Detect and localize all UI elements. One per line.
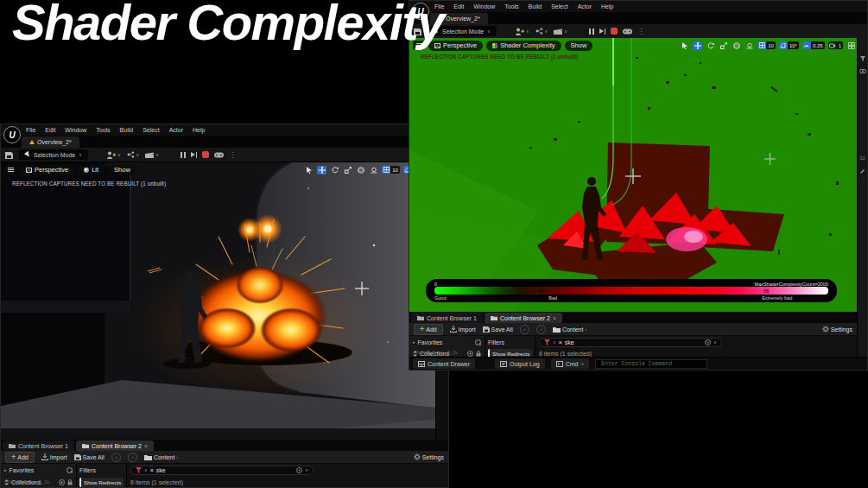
pause-button[interactable] xyxy=(181,152,186,158)
menu-item-help[interactable]: Help xyxy=(193,127,205,133)
add-actor-dropdown[interactable]: ∨ xyxy=(515,28,529,35)
camera-speed-control[interactable]: 0.25 xyxy=(802,41,825,49)
search-icon[interactable] xyxy=(67,467,73,473)
save-icon[interactable] xyxy=(5,151,13,159)
blueprints-dropdown[interactable]: ∨ xyxy=(535,28,548,35)
content-browser-tab-1[interactable]: Content Browser 1 xyxy=(411,313,483,323)
asset-search-field[interactable]: ∨ × ∨ xyxy=(539,338,722,347)
filter-icon[interactable] xyxy=(860,56,865,61)
view-mode-dropdown[interactable]: Lit xyxy=(78,165,105,175)
toolbar-overflow-icon[interactable]: ⋮ xyxy=(637,28,644,35)
toolbar-overflow-icon[interactable]: ⋮ xyxy=(229,151,236,159)
menu-item-tools[interactable]: Tools xyxy=(96,127,110,133)
add-button[interactable]: + Add xyxy=(414,324,443,335)
cinematics-dropdown[interactable]: ∨ xyxy=(145,151,159,158)
clear-search-icon[interactable]: × xyxy=(559,339,562,345)
save-search-icon[interactable] xyxy=(296,467,302,473)
surface-snap-icon[interactable] xyxy=(744,41,754,50)
step-button[interactable] xyxy=(191,152,198,158)
rotate-tool-button[interactable] xyxy=(330,166,339,174)
grid-snap-control[interactable]: 10 xyxy=(757,41,776,49)
perspective-dropdown[interactable]: Perspective xyxy=(20,165,74,175)
add-button[interactable]: + Add xyxy=(5,452,35,463)
output-log-button[interactable]: Output Log xyxy=(495,358,545,369)
menu-item-edit[interactable]: Edit xyxy=(453,3,464,10)
select-tool-button[interactable] xyxy=(680,41,689,50)
add-collection-icon[interactable] xyxy=(467,351,473,357)
save-all-button[interactable]: Save All xyxy=(74,453,105,460)
gamepad-icon[interactable] xyxy=(214,152,224,158)
forward-button[interactable]: › xyxy=(128,453,137,462)
camera-count-control[interactable]: 1 xyxy=(828,41,843,49)
show-redirects-filter[interactable]: Show Redirects xyxy=(79,478,124,487)
scale-tool-button[interactable] xyxy=(719,41,728,50)
settings-button[interactable]: Settings xyxy=(414,453,444,460)
asset-search-field[interactable]: ∨ × ∨ xyxy=(130,466,314,475)
favorites-panel-header[interactable]: ▸ Favorites xyxy=(1,464,77,476)
surface-snap-icon[interactable] xyxy=(369,166,378,174)
menu-item-select[interactable]: Select xyxy=(143,127,159,133)
menu-item-tools[interactable]: Tools xyxy=(504,3,518,10)
menu-item-window[interactable]: Window xyxy=(473,3,495,10)
cinematics-dropdown[interactable]: ∨ xyxy=(554,28,567,35)
back-button[interactable]: ‹ xyxy=(111,453,121,462)
show-dropdown[interactable]: Show xyxy=(108,165,136,175)
world-space-icon[interactable] xyxy=(356,166,365,174)
pencil-icon[interactable] xyxy=(859,168,865,174)
move-tool-button[interactable] xyxy=(317,166,326,174)
stop-button[interactable] xyxy=(202,151,209,158)
forward-button[interactable]: › xyxy=(536,325,546,334)
search-input[interactable] xyxy=(565,339,703,345)
gamepad-icon[interactable] xyxy=(623,29,632,35)
breadcrumb[interactable]: Content › xyxy=(144,454,178,460)
scale-tool-button[interactable] xyxy=(343,166,352,174)
content-browser-tab-2[interactable]: Content Browser 2 × xyxy=(485,313,562,323)
menu-item-file[interactable]: File xyxy=(26,127,35,133)
menu-item-actor[interactable]: Actor xyxy=(169,127,183,133)
rotate-tool-button[interactable] xyxy=(706,41,715,50)
favorites-panel-header[interactable]: ▸ Favorites xyxy=(409,336,485,348)
save-all-button[interactable]: Save All xyxy=(483,326,513,333)
search-icon[interactable] xyxy=(475,339,481,345)
pause-button[interactable] xyxy=(589,29,594,35)
back-button[interactable]: ‹ xyxy=(520,325,529,334)
close-tab-icon[interactable]: × xyxy=(144,443,148,449)
menu-item-help[interactable]: Help xyxy=(601,3,613,10)
selection-mode-dropdown[interactable]: Selection Mode ∨ xyxy=(19,149,88,160)
cmd-dropdown[interactable]: Cmd ∨ xyxy=(551,358,589,369)
console-command-input[interactable] xyxy=(599,360,703,368)
show-dropdown[interactable]: Show xyxy=(565,41,593,51)
add-collection-icon[interactable] xyxy=(59,479,65,485)
grid-snap-control[interactable]: 10 xyxy=(382,166,400,174)
step-button[interactable] xyxy=(599,29,606,35)
level-tab[interactable]: Overview_2* xyxy=(22,136,79,148)
menu-item-window[interactable]: Window xyxy=(65,127,86,133)
collections-panel-header[interactable]: ThirdP_Temp_5_2v Collections xyxy=(1,476,77,488)
content-browser-tab-2[interactable]: Content Browser 2 × xyxy=(76,440,154,451)
world-space-icon[interactable] xyxy=(732,41,741,50)
select-tool-button[interactable] xyxy=(304,166,314,174)
viewport-menu-icon[interactable] xyxy=(4,165,16,174)
viewport-lit[interactable]: Perspective Lit Show 10 xyxy=(1,162,438,440)
console-command-field[interactable] xyxy=(595,359,707,369)
stop-button[interactable] xyxy=(611,28,618,35)
viewport-shader-complexity[interactable]: Perspective Shader Complexity Show 10 xyxy=(409,38,858,312)
content-browser-tab-1[interactable]: Content Browser 1 xyxy=(3,440,74,451)
import-button[interactable]: Import xyxy=(450,326,476,333)
clear-search-icon[interactable]: × xyxy=(150,467,154,473)
unreal-logo-icon[interactable]: U xyxy=(3,126,21,143)
lock-icon[interactable] xyxy=(476,351,481,357)
add-actor-dropdown[interactable]: ∨ xyxy=(106,151,121,159)
search-input[interactable] xyxy=(156,467,295,473)
menu-item-edit[interactable]: Edit xyxy=(45,127,55,133)
move-tool-button[interactable] xyxy=(693,41,702,50)
settings-button[interactable]: Settings xyxy=(822,326,852,333)
save-search-icon[interactable] xyxy=(705,339,711,345)
eye-icon[interactable] xyxy=(859,69,866,73)
menu-item-select[interactable]: Select xyxy=(551,3,567,10)
lock-icon[interactable] xyxy=(67,479,73,485)
import-button[interactable]: Import xyxy=(41,453,67,460)
blueprints-dropdown[interactable]: ∨ xyxy=(127,151,140,158)
breadcrumb[interactable]: Content › xyxy=(553,326,586,333)
menu-item-build[interactable]: Build xyxy=(529,3,542,10)
